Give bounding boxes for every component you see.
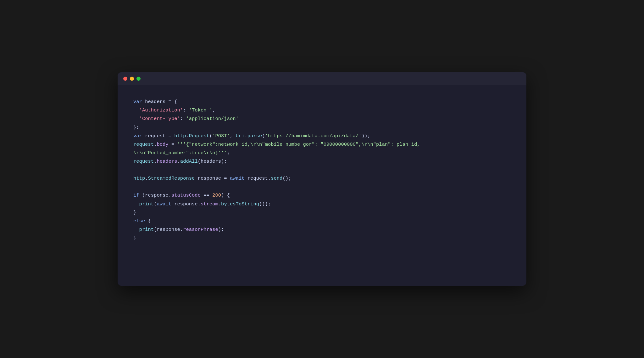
code-line-4: }; — [133, 123, 511, 132]
code-line-6: request.body = '''{"network":network_id,… — [133, 140, 511, 149]
code-line-8: request.headers.addAll(headers); — [133, 157, 511, 166]
minimize-button[interactable] — [130, 77, 134, 81]
code-line-1: var headers = { — [133, 98, 511, 106]
code-line-10: http.StreamedResponse response = await r… — [133, 174, 511, 183]
code-line-13: print(await response.stream.bytesToStrin… — [133, 200, 511, 209]
code-line-5: var request = http.Request('POST', Uri.p… — [133, 132, 511, 140]
code-line-empty-1 — [133, 166, 511, 174]
code-line-12: if (response.statusCode == 200) { — [133, 191, 511, 200]
code-line-14: } — [133, 209, 511, 217]
code-line-empty-2 — [133, 183, 511, 191]
code-line-7: \r\n"Ported_number":true\r\n}'''; — [133, 149, 511, 157]
close-button[interactable] — [123, 77, 127, 81]
code-line-15: else { — [133, 217, 511, 225]
code-window: var headers = { 'Authorization': 'Token … — [118, 72, 526, 286]
code-line-17: } — [133, 234, 511, 242]
code-line-2: 'Authorization': 'Token ', — [133, 106, 511, 115]
maximize-button[interactable] — [136, 77, 141, 81]
code-editor: var headers = { 'Authorization': 'Token … — [118, 85, 526, 261]
code-line-16: print(response.reasonPhrase); — [133, 225, 511, 234]
titlebar — [118, 72, 526, 85]
code-line-3: 'Content-Type': 'application/json' — [133, 115, 511, 123]
